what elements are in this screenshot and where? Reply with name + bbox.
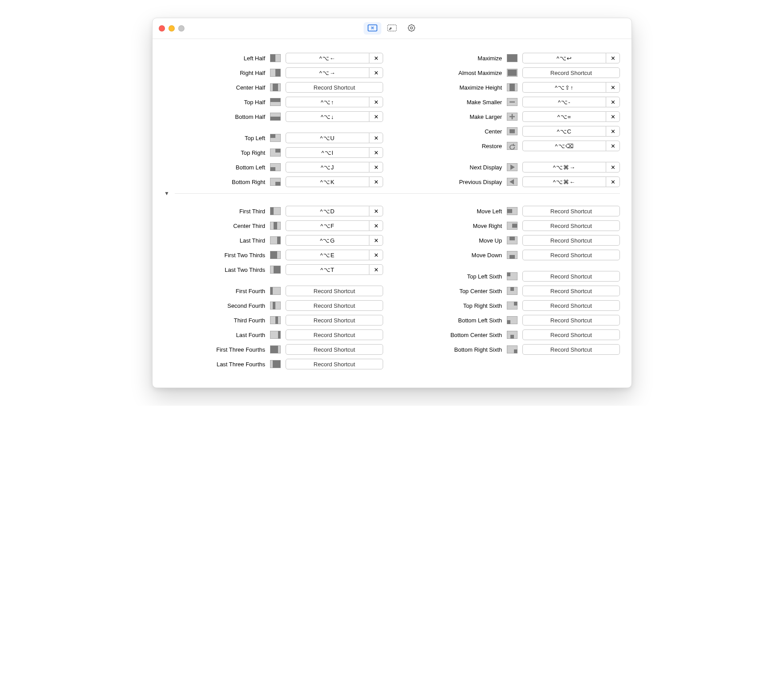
record-shortcut-button[interactable]: Record Shortcut bbox=[522, 286, 620, 296]
clear-shortcut-button[interactable]: ✕ bbox=[369, 97, 383, 107]
clear-shortcut-button[interactable]: ✕ bbox=[369, 176, 383, 187]
shortcut-row-restore: Restore^⌥⌫✕ bbox=[401, 140, 620, 152]
bottom-left-icon bbox=[270, 163, 281, 172]
first-fourth-icon bbox=[270, 286, 281, 295]
record-shortcut-button[interactable]: Record Shortcut bbox=[522, 206, 620, 216]
clear-shortcut-button[interactable]: ✕ bbox=[606, 97, 620, 107]
shortcut-field[interactable]: ^⌥- bbox=[522, 97, 606, 107]
record-shortcut-button[interactable]: Record Shortcut bbox=[286, 300, 383, 311]
shortcut-field[interactable]: ^⌥F bbox=[286, 220, 369, 231]
shortcut-field[interactable]: ^⌥→ bbox=[286, 67, 369, 78]
record-shortcut-button[interactable]: Record Shortcut bbox=[286, 82, 383, 93]
clear-shortcut-button[interactable]: ✕ bbox=[369, 53, 383, 63]
svg-rect-38 bbox=[275, 182, 281, 186]
record-shortcut-button[interactable]: Record Shortcut bbox=[522, 250, 620, 260]
last-fourth-icon bbox=[270, 330, 281, 339]
bc6-icon bbox=[506, 330, 518, 339]
record-shortcut-button[interactable]: Record Shortcut bbox=[522, 315, 620, 325]
clear-shortcut-button[interactable]: ✕ bbox=[369, 147, 383, 158]
shortcut-recorder: ^⌥↓✕ bbox=[286, 111, 383, 122]
clear-shortcut-button[interactable]: ✕ bbox=[606, 141, 620, 151]
record-shortcut-button[interactable]: Record Shortcut bbox=[522, 67, 620, 78]
clear-shortcut-button[interactable]: ✕ bbox=[606, 111, 620, 122]
top-left-icon bbox=[270, 133, 281, 142]
shortcut-field[interactable]: ^⌥← bbox=[286, 53, 369, 63]
clear-shortcut-button[interactable]: ✕ bbox=[369, 250, 383, 260]
clear-shortcut-button[interactable]: ✕ bbox=[369, 206, 383, 216]
clear-shortcut-button[interactable]: ✕ bbox=[369, 67, 383, 78]
shortcut-field[interactable]: ^⌥↩ bbox=[522, 53, 606, 63]
zoom-window-button[interactable] bbox=[178, 25, 184, 31]
shortcut-field[interactable]: ^⌥↓ bbox=[286, 111, 369, 122]
shortcut-field[interactable]: ^⌥E bbox=[286, 250, 369, 260]
shortcut-field[interactable]: ^⌥D bbox=[286, 206, 369, 216]
shortcut-recorder: ^⌥⌫✕ bbox=[522, 141, 620, 151]
shortcut-recorder: ^⌥U✕ bbox=[286, 133, 383, 143]
shortcut-field[interactable]: ^⌥J bbox=[286, 162, 369, 172]
toolbar-snap-tab[interactable] bbox=[383, 22, 401, 35]
toolbar-shortcuts-tab[interactable]: ⌘ bbox=[364, 22, 381, 35]
shortcut-row-bottom-right: Bottom Right^⌥K✕ bbox=[164, 176, 383, 188]
clear-shortcut-button[interactable]: ✕ bbox=[606, 126, 620, 137]
shortcut-field[interactable]: ^⌥K bbox=[286, 176, 369, 187]
shortcut-field[interactable]: ^⌥⌘← bbox=[522, 176, 606, 187]
toolbar-settings-tab[interactable] bbox=[403, 22, 420, 35]
shortcut-label: First Two Thirds bbox=[224, 252, 265, 259]
shortcut-field[interactable]: ^⌥⌘→ bbox=[522, 162, 606, 172]
record-shortcut-button[interactable]: Record Shortcut bbox=[286, 286, 383, 296]
shortcut-field[interactable]: ^⌥C bbox=[522, 126, 606, 137]
clear-shortcut-button[interactable]: ✕ bbox=[369, 235, 383, 246]
next-display-icon bbox=[506, 163, 518, 172]
clear-shortcut-button[interactable]: ✕ bbox=[606, 53, 620, 63]
restore-icon bbox=[506, 141, 518, 150]
record-shortcut-button[interactable]: Record Shortcut bbox=[522, 220, 620, 231]
disclosure-triangle[interactable]: ▼ bbox=[164, 190, 170, 196]
shortcut-field[interactable]: ^⌥⌫ bbox=[522, 141, 606, 151]
minimize-window-button[interactable] bbox=[169, 25, 175, 31]
clear-shortcut-button[interactable]: ✕ bbox=[369, 264, 383, 275]
shortcut-field[interactable]: ^⌥T bbox=[286, 264, 369, 275]
shortcut-label: First Third bbox=[239, 208, 265, 215]
clear-shortcut-button[interactable]: ✕ bbox=[369, 111, 383, 122]
record-shortcut-button[interactable]: Record Shortcut bbox=[286, 329, 383, 340]
shortcut-label: Move Right bbox=[473, 223, 502, 229]
svg-rect-87 bbox=[275, 316, 278, 324]
shortcut-field[interactable]: ^⌥U bbox=[286, 133, 369, 143]
shortcut-label: Third Fourth bbox=[234, 317, 265, 324]
clear-shortcut-button[interactable]: ✕ bbox=[606, 82, 620, 93]
shortcut-field[interactable]: ^⌥G bbox=[286, 235, 369, 246]
shortcut-label: Maximize Height bbox=[459, 84, 502, 91]
svg-rect-96 bbox=[273, 360, 281, 368]
record-shortcut-button[interactable]: Record Shortcut bbox=[286, 359, 383, 369]
shortcut-label: Next Display bbox=[470, 164, 502, 171]
shortcut-recorder: Record Shortcut bbox=[522, 206, 620, 216]
shortcut-group: Move LeftRecord ShortcutMove RightRecord… bbox=[401, 205, 620, 261]
shortcut-row-top-half: Top Half^⌥↑✕ bbox=[164, 96, 383, 108]
shortcut-field[interactable]: ^⌥I bbox=[286, 147, 369, 158]
shortcut-field[interactable]: ^⌥⇧↑ bbox=[522, 82, 606, 93]
close-window-button[interactable] bbox=[159, 25, 165, 31]
record-shortcut-button[interactable]: Record Shortcut bbox=[286, 344, 383, 355]
columns-top: Left Half^⌥←✕Right Half^⌥→✕Center HalfRe… bbox=[164, 52, 620, 188]
clear-shortcut-button[interactable]: ✕ bbox=[369, 162, 383, 172]
shortcut-field[interactable]: ^⌥= bbox=[522, 111, 606, 122]
clear-shortcut-button[interactable]: ✕ bbox=[606, 176, 620, 187]
shortcut-row-first-two-thirds: First Two Thirds^⌥E✕ bbox=[164, 249, 383, 261]
record-shortcut-button[interactable]: Record Shortcut bbox=[522, 300, 620, 311]
clear-shortcut-button[interactable]: ✕ bbox=[369, 133, 383, 143]
svg-rect-47 bbox=[510, 83, 515, 91]
svg-rect-35 bbox=[270, 167, 275, 171]
record-shortcut-button[interactable]: Record Shortcut bbox=[522, 329, 620, 340]
center-half-icon bbox=[270, 83, 281, 92]
record-shortcut-button[interactable]: Record Shortcut bbox=[286, 315, 383, 325]
shortcut-row-maximize: Maximize^⌥↩✕ bbox=[401, 52, 620, 64]
clear-shortcut-button[interactable]: ✕ bbox=[369, 220, 383, 231]
shortcut-field[interactable]: ^⌥↑ bbox=[286, 97, 369, 107]
clear-shortcut-button[interactable]: ✕ bbox=[606, 162, 620, 172]
shortcut-recorder: Record Shortcut bbox=[286, 329, 383, 340]
shortcut-label: Last Three Fourths bbox=[216, 361, 265, 368]
record-shortcut-button[interactable]: Record Shortcut bbox=[522, 271, 620, 282]
record-shortcut-button[interactable]: Record Shortcut bbox=[522, 344, 620, 355]
record-shortcut-button[interactable]: Record Shortcut bbox=[522, 235, 620, 246]
shortcut-recorder: Record Shortcut bbox=[522, 286, 620, 296]
